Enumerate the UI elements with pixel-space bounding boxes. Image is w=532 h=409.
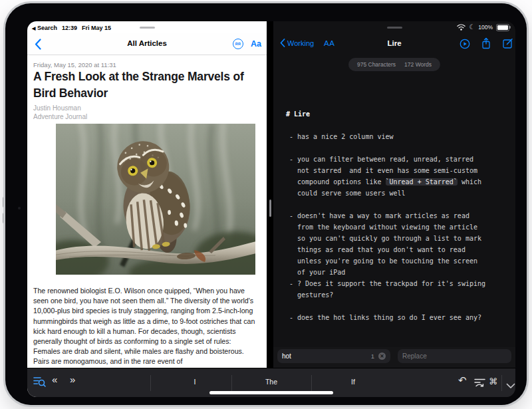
editor-line: compound options like `Unread + Starred`…	[286, 176, 513, 188]
editor-line: of your iPad	[286, 267, 513, 278]
share-button[interactable]	[481, 37, 491, 52]
editor-line	[286, 323, 513, 335]
editor-line: gestures?	[286, 289, 513, 301]
preview-play-button[interactable]	[460, 39, 470, 52]
chevron-down-icon	[506, 383, 515, 389]
reader-mode-button[interactable]: RR	[233, 39, 243, 49]
markdown-editor[interactable]: # Lire- has a nice 2 column view- you ca…	[286, 74, 513, 380]
editor-nav-bar: Working AA Lire	[273, 33, 515, 55]
stats-pill[interactable]: 975 Characters 172 Words	[348, 58, 440, 71]
ipad-device: ◀ Search 12:39 Fri May 15 All Articles R…	[5, 3, 527, 405]
battery-percent: 100%	[478, 24, 493, 31]
wifi-icon	[457, 24, 466, 31]
editor-line: # Lire	[286, 108, 513, 120]
keyboard-shortcuts-button[interactable]: ⌘	[489, 376, 497, 386]
do-not-disturb-moon-icon: ☾	[469, 24, 475, 31]
editor-line: - has a nice 2 column view	[286, 131, 513, 142]
ipad-screen: ◀ Search 12:39 Fri May 15 All Articles R…	[27, 21, 515, 397]
clear-search-icon[interactable]: ✕	[378, 352, 386, 360]
status-bar-right: ☾ 100%	[457, 24, 509, 31]
status-time: 12:39	[62, 25, 77, 31]
editor-line	[286, 142, 513, 154]
article-author: Justin Housman	[33, 104, 81, 112]
accessory-divider	[231, 375, 232, 391]
document-title: Lire	[273, 39, 515, 47]
find-in-document-button[interactable]	[33, 376, 46, 390]
editor-line: from the keyboard without viewing the ar…	[286, 221, 513, 233]
accessory-divider	[311, 375, 312, 391]
editor-line: things as read that you don't want to re…	[286, 244, 513, 255]
editor-line	[286, 199, 513, 210]
editor-line	[286, 120, 513, 131]
editor-line: - does the hot links thing so do I ever …	[286, 312, 513, 323]
status-date: Fri May 15	[82, 25, 111, 31]
window-drag-handle-left[interactable]	[140, 27, 155, 29]
reader-nav-bar: All Articles RR Aa	[27, 33, 267, 55]
share-icon	[481, 37, 491, 49]
suggestion-item[interactable]: I	[194, 378, 196, 386]
article-date: Friday, May 15, 2020 at 11:31	[33, 61, 116, 68]
editor-line: - ? Does it support the trackpad for it'…	[286, 278, 513, 289]
return-to-app[interactable]: ◀ Search	[32, 25, 57, 31]
window-drag-handle-right[interactable]	[387, 27, 402, 29]
find-in-document-icon	[33, 376, 46, 388]
character-count: 975 Characters	[357, 61, 396, 68]
next-match-button[interactable]: »	[70, 374, 75, 385]
find-replace-toggle-button[interactable]	[474, 378, 485, 390]
return-triangle-icon: ◀	[32, 26, 35, 31]
page-title: All Articles	[27, 39, 267, 47]
article-source: Adventure Journal	[33, 113, 87, 120]
article-body: The renowned biologist E.O. Wilson once …	[33, 286, 259, 367]
home-indicator[interactable]	[209, 391, 333, 394]
split-view-resize-handle[interactable]	[269, 200, 271, 217]
undo-button[interactable]: ↶	[458, 374, 467, 386]
find-replace-bar: 1 ✕	[273, 347, 515, 368]
editor-line: unless you're going to be touching the s…	[286, 255, 513, 267]
play-circle-icon	[460, 39, 470, 49]
accessory-divider	[150, 375, 151, 391]
find-input[interactable]	[282, 352, 371, 360]
accessory-divider	[501, 375, 502, 391]
suggestion-item[interactable]: If	[351, 378, 355, 386]
status-bar-left: ◀ Search 12:39 Fri May 15	[32, 25, 111, 31]
editor-line: - you can filter between read, unread, s…	[286, 154, 513, 165]
replace-input[interactable]	[402, 352, 507, 360]
editor-app-pane: ☾ 100% Working AA Lire	[273, 21, 515, 397]
editor-line: not starred and it even has some semi-cu…	[286, 165, 513, 176]
reader-app-pane: ◀ Search 12:39 Fri May 15 All Articles R…	[27, 21, 267, 397]
replace-field[interactable]	[398, 349, 511, 363]
compose-icon	[503, 38, 513, 49]
find-replace-icon	[474, 378, 485, 387]
article-title: A Fresh Look at the Strange Marvels of B…	[33, 68, 266, 102]
text-size-button[interactable]: Aa	[251, 39, 261, 49]
battery-icon	[496, 24, 509, 31]
find-field[interactable]: 1 ✕	[277, 349, 390, 363]
photo-backdrop: ◀ Search 12:39 Fri May 15 All Articles R…	[0, 0, 532, 409]
suggestion-item[interactable]: The	[265, 378, 277, 386]
editor-line	[286, 301, 513, 312]
front-camera	[18, 207, 21, 209]
previous-match-button[interactable]: «	[52, 374, 57, 385]
editor-line	[286, 335, 513, 346]
match-count: 1	[371, 352, 374, 360]
editor-line: could serve some users well	[286, 188, 513, 199]
word-count: 172 Words	[404, 61, 432, 68]
dismiss-keyboard-button[interactable]	[506, 380, 515, 392]
editor-line: - doesn't have a way to mark articles as…	[286, 210, 513, 221]
article-photo-owl	[56, 124, 255, 275]
editor-line: so you can't quickly go through a list t…	[286, 233, 513, 244]
compose-button[interactable]	[503, 38, 513, 51]
